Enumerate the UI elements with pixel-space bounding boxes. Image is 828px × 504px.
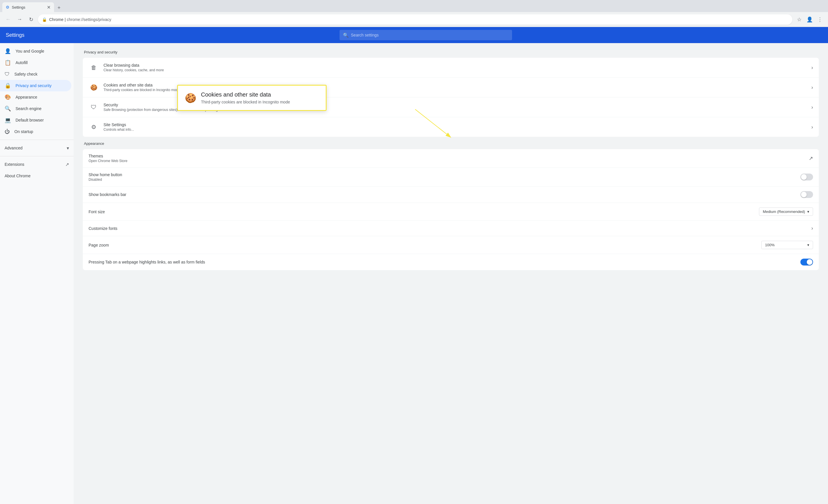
sidebar-divider: [0, 140, 74, 140]
address-origin: Chrome |: [49, 17, 67, 22]
settings-header: Settings 🔍: [0, 27, 828, 43]
show-home-button-content: Show home button Disabled: [89, 172, 796, 182]
clear-browsing-data-subtitle: Clear history, cookies, cache, and more: [104, 68, 807, 72]
address-bar-row: ← → ↻ 🔒 Chrome | chrome://settings/priva…: [0, 12, 828, 27]
main-content: Privacy and security 🗑 Clear browsing da…: [74, 43, 828, 504]
cookies-arrow: ›: [811, 85, 813, 91]
dropdown-chevron-icon: ▾: [807, 210, 809, 214]
font-size-dropdown[interactable]: Medium (Recommended) ▾: [759, 208, 813, 216]
show-bookmarks-bar-toggle[interactable]: [800, 191, 813, 198]
search-bar[interactable]: 🔍: [339, 30, 512, 40]
browser-right-icons: ☆ 👤 ⋮: [795, 15, 825, 24]
settings-wrapper: 👤 You and Google 📋 Autofill 🛡 Safety che…: [0, 43, 828, 504]
default-browser-icon: 💻: [5, 117, 11, 123]
address-bar[interactable]: 🔒 Chrome | chrome://settings/privacy: [38, 14, 792, 25]
pressing-tab-title: Pressing Tab on a webpage highlights lin…: [89, 260, 796, 264]
page-zoom-value: 100%: [765, 243, 775, 247]
privacy-section-title: Privacy and security: [83, 50, 819, 54]
security-icon: 🛡: [89, 102, 99, 112]
settings-tab[interactable]: ⚙ Settings ✕: [2, 2, 54, 12]
sidebar-label-safety-check: Safety check: [14, 72, 37, 77]
back-button[interactable]: ←: [3, 15, 13, 24]
sidebar-label-privacy: Privacy and security: [15, 83, 51, 88]
tooltip-popup: 🍪 Cookies and other site data Third-part…: [177, 85, 327, 111]
trash-icon: 🗑: [89, 62, 99, 73]
search-engine-icon: 🔍: [5, 105, 11, 112]
show-home-button-row[interactable]: Show home button Disabled: [83, 168, 819, 186]
address-path: chrome://settings/privacy: [67, 17, 111, 22]
tooltip-cookies-icon: 🍪: [185, 93, 196, 103]
themes-title: Themes: [89, 154, 804, 158]
settings-page-title: Settings: [6, 32, 25, 38]
sidebar-item-default-browser[interactable]: 💻 Default browser: [0, 114, 71, 126]
sidebar-label-advanced: Advanced: [5, 146, 23, 150]
tab-close-button[interactable]: ✕: [47, 5, 51, 10]
font-size-row[interactable]: Font size Medium (Recommended) ▾: [83, 203, 819, 221]
pressing-tab-content: Pressing Tab on a webpage highlights lin…: [89, 260, 796, 264]
site-settings-arrow: ›: [811, 124, 813, 130]
sidebar-item-safety-check[interactable]: 🛡 Safety check: [0, 68, 71, 80]
page-zoom-content: Page zoom: [89, 243, 757, 247]
lock-icon: 🔒: [42, 17, 47, 22]
sidebar-item-autofill[interactable]: 📋 Autofill: [0, 57, 71, 68]
show-home-button-toggle[interactable]: [800, 174, 813, 180]
font-size-content: Font size: [89, 210, 754, 214]
sidebar-item-search-engine[interactable]: 🔍 Search engine: [0, 103, 71, 114]
profile-button[interactable]: 👤: [805, 15, 814, 24]
reload-button[interactable]: ↻: [27, 15, 36, 24]
show-bookmarks-bar-row[interactable]: Show bookmarks bar: [83, 186, 819, 203]
font-size-title: Font size: [89, 210, 754, 214]
font-size-value: Medium (Recommended): [763, 210, 805, 214]
themes-row[interactable]: Themes Open Chrome Web Store ↗: [83, 149, 819, 168]
appearance-settings-card: Themes Open Chrome Web Store ↗ Show home…: [83, 149, 819, 270]
sidebar-item-on-startup[interactable]: ⏻ On startup: [0, 126, 71, 137]
external-icon: ↗: [809, 155, 813, 162]
cookies-icon: 🍪: [89, 82, 99, 93]
themes-subtitle: Open Chrome Web Store: [89, 159, 804, 163]
person-icon: 👤: [5, 48, 11, 54]
page-zoom-dropdown[interactable]: 100% ▾: [761, 241, 813, 249]
clear-browsing-data-content: Clear browsing data Clear history, cooki…: [104, 63, 807, 72]
autofill-icon: 📋: [5, 59, 11, 66]
bookmark-button[interactable]: ☆: [795, 15, 804, 24]
clear-browsing-data-row[interactable]: 🗑 Clear browsing data Clear history, coo…: [83, 58, 819, 78]
tooltip-content: Cookies and other site data Third-party …: [201, 91, 290, 104]
customize-fonts-row[interactable]: Customize fonts ›: [83, 221, 819, 236]
customize-fonts-title: Customize fonts: [89, 226, 807, 231]
search-input[interactable]: [351, 33, 508, 37]
page-zoom-dropdown-chevron-icon: ▾: [807, 243, 809, 247]
show-bookmarks-bar-title: Show bookmarks bar: [89, 192, 796, 197]
clear-browsing-data-arrow: ›: [811, 65, 813, 71]
sidebar-advanced[interactable]: Advanced ▾: [0, 142, 74, 154]
sidebar-item-about-chrome[interactable]: About Chrome: [0, 170, 71, 182]
sidebar-label-appearance: Appearance: [15, 95, 37, 99]
show-home-button-title: Show home button: [89, 172, 796, 177]
sidebar-item-you-and-google[interactable]: 👤 You and Google: [0, 45, 71, 57]
sidebar-label-extensions: Extensions: [5, 162, 24, 167]
extensions-left: Extensions: [5, 162, 24, 167]
customize-fonts-content: Customize fonts: [89, 226, 807, 231]
pressing-tab-toggle[interactable]: [800, 259, 813, 266]
sidebar-item-extensions[interactable]: Extensions ↗: [0, 158, 74, 170]
menu-button[interactable]: ⋮: [815, 15, 825, 24]
sidebar-item-appearance[interactable]: 🎨 Appearance: [0, 91, 71, 103]
show-home-button-subtitle: Disabled: [89, 178, 796, 182]
address-text: Chrome | chrome://settings/privacy: [49, 17, 788, 22]
page-zoom-row[interactable]: Page zoom 100% ▾: [83, 236, 819, 254]
search-icon: 🔍: [343, 33, 349, 38]
sidebar-label-you-and-google: You and Google: [15, 49, 44, 53]
site-settings-row[interactable]: ⚙ Site Settings Controls what info... ›: [83, 117, 819, 137]
show-bookmarks-bar-content: Show bookmarks bar: [89, 192, 796, 197]
site-settings-content: Site Settings Controls what info...: [104, 123, 807, 132]
safety-icon: 🛡: [5, 71, 10, 77]
new-tab-button[interactable]: +: [55, 4, 63, 12]
sidebar-item-privacy-and-security[interactable]: 🔒 Privacy and security: [0, 80, 71, 91]
page-zoom-title: Page zoom: [89, 243, 757, 247]
sidebar-label-default-browser: Default browser: [15, 118, 44, 123]
forward-button[interactable]: →: [15, 15, 24, 24]
site-settings-title: Site Settings: [104, 123, 807, 127]
customize-fonts-arrow: ›: [811, 225, 813, 231]
external-link-icon: ↗: [65, 162, 69, 167]
sidebar-label-about-chrome: About Chrome: [5, 174, 31, 178]
pressing-tab-row[interactable]: Pressing Tab on a webpage highlights lin…: [83, 254, 819, 270]
